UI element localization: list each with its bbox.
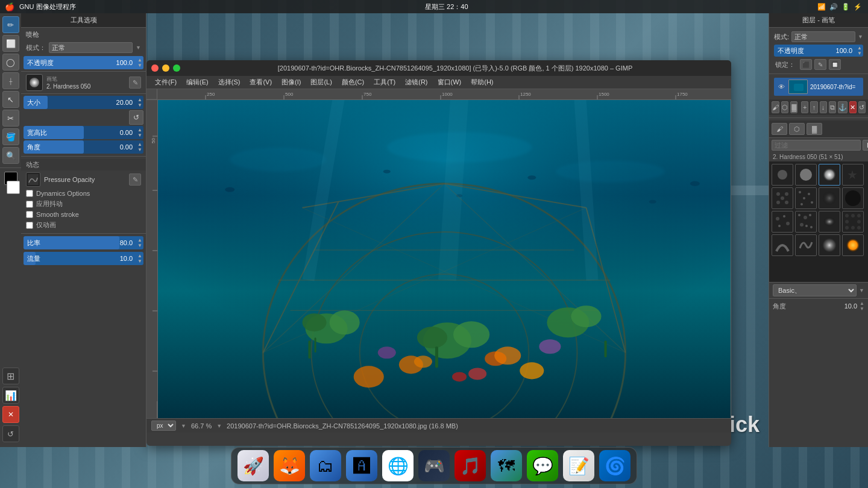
histogram-icon-btn[interactable]: 📊	[2, 387, 19, 404]
menu-filter[interactable]: 滤镜(R)	[400, 77, 432, 88]
brush-cell-scatter1[interactable]	[795, 187, 817, 209]
opacity-arrows: ▲▼	[136, 57, 143, 68]
opacity-slider[interactable]: 不透明度 100.0 ▲▼	[24, 56, 143, 69]
lock-paint-btn[interactable]: ✎	[814, 59, 826, 70]
brush-cell-circle2[interactable]	[795, 164, 817, 186]
only-anim-checkbox[interactable]	[26, 222, 33, 229]
aspect-slider[interactable]: 宽高比 0.00 ▲▼	[24, 126, 143, 139]
tool-btn-pencil[interactable]: ✏	[2, 16, 19, 33]
dock-firefox[interactable]: 🦊	[274, 450, 305, 481]
right-panel-opacity-slider[interactable]: 不透明度 100.0 ▲▼	[774, 45, 863, 57]
brush-cell-big1[interactable]	[842, 187, 864, 209]
refresh-layers-btn[interactable]: ↺	[858, 101, 866, 113]
status-px-select[interactable]: px	[151, 421, 176, 431]
brush-cell-sun[interactable]	[842, 234, 864, 256]
brush-cell-circle1[interactable]	[772, 164, 793, 186]
brush-mode-gradient-btn[interactable]: ▓	[807, 123, 822, 135]
lock-row: 锁定： ⬛ ✎ 🔲	[772, 58, 866, 71]
layers-icon-btn[interactable]: ⊞	[2, 368, 19, 384]
brush-edit-btn[interactable]: ✎	[129, 77, 141, 89]
gradient-icon-btn[interactable]: ▓	[790, 101, 797, 113]
menu-view[interactable]: 查看(V)	[245, 77, 277, 88]
system-bar: 🍎 GNU 图像处理程序 星期三 22：40 📶 🔊 🔋 ⚡	[0, 0, 868, 13]
brush-filter-dropdown[interactable]: Basic、	[863, 140, 868, 151]
menu-file[interactable]: 文件(F)	[150, 77, 181, 88]
brush-filter-input[interactable]	[772, 140, 861, 151]
dock-launchpad[interactable]: 🚀	[237, 450, 269, 481]
menu-color[interactable]: 颜色(C)	[337, 77, 369, 88]
tool-btn-crop[interactable]: ✂	[2, 110, 19, 127]
delete-layer-btn[interactable]: ✕	[849, 101, 857, 113]
brush-cell-dots1[interactable]	[772, 187, 793, 209]
win-min-btn[interactable]	[162, 64, 169, 72]
tool-btn-fill[interactable]: 🪣	[2, 128, 19, 145]
brush-cell-medium1[interactable]	[819, 211, 840, 233]
tool-btn-zoom[interactable]: 🔍	[2, 147, 19, 164]
dock-wechat[interactable]: 💬	[527, 450, 558, 481]
brush-cell-star[interactable]: ★	[842, 164, 864, 186]
win-max-btn[interactable]	[173, 64, 180, 72]
brush-cell-scatter2[interactable]	[772, 211, 793, 233]
brush-mode-stamp-btn[interactable]: ⬡	[789, 123, 805, 135]
ratio-slider[interactable]: 比率 80.0 ▲▼	[24, 236, 143, 249]
dock-maps[interactable]: 🗺	[491, 450, 522, 481]
dock-textedit[interactable]: 📝	[563, 450, 594, 481]
dynamics-options-checkbox[interactable]	[26, 190, 33, 197]
brush-category-select[interactable]: Basic、	[773, 284, 857, 296]
apply-jitter-checkbox[interactable]	[26, 201, 33, 208]
down-layer-btn[interactable]: ↓	[820, 101, 827, 113]
layer-visibility-eye[interactable]: 👁	[776, 82, 786, 92]
lock-pixel-btn[interactable]: ⬛	[800, 59, 812, 70]
dynamics-edit-btn[interactable]: ✎	[129, 174, 141, 186]
refresh-icon-btn[interactable]: ↺	[2, 425, 19, 442]
tool-btn-rect[interactable]: ⬜	[2, 35, 19, 52]
menu-window[interactable]: 窗口(W)	[433, 77, 467, 88]
size-reset-btn[interactable]: ↺	[129, 110, 143, 125]
brush-cell-grain1[interactable]	[819, 187, 840, 209]
brush-cell-circle3[interactable]	[819, 164, 840, 186]
duplicate-layer-btn[interactable]: ⧉	[829, 101, 836, 113]
mode-select[interactable]: 正常 溶解 正片叠底	[49, 42, 133, 53]
tool-btn-select[interactable]: ↖	[2, 91, 19, 108]
pattern-icon-btn[interactable]: ⬡	[781, 101, 788, 113]
right-panel-mode-select[interactable]: 正常	[791, 31, 855, 42]
menu-layer[interactable]: 图层(L)	[306, 77, 336, 88]
tool-btn-ellipse[interactable]: ◯	[2, 54, 19, 70]
anchor-layer-btn[interactable]: ⚓	[838, 101, 848, 113]
size-slider[interactable]: 大小 20.00 ▲▼	[24, 96, 143, 109]
brush-cell-streak1[interactable]	[772, 234, 793, 256]
dock-music[interactable]: 🎵	[454, 450, 486, 481]
dock-finder[interactable]: 🗂	[310, 450, 341, 481]
menu-select[interactable]: 选择(S)	[213, 77, 245, 88]
brush-cell-halftone[interactable]	[842, 211, 864, 233]
dock-browser[interactable]: 🌀	[599, 450, 631, 481]
apple-menu-icon[interactable]: 🍎	[5, 2, 14, 11]
brush-cat-arrow: ▼	[859, 287, 864, 293]
brush-cell-streak2[interactable]	[795, 234, 817, 256]
tool-btn-lasso[interactable]: ⟊	[2, 72, 19, 89]
dock-steam[interactable]: 🎮	[418, 450, 450, 481]
menu-edit[interactable]: 编辑(E)	[181, 77, 213, 88]
win-close-btn[interactable]	[151, 64, 159, 72]
smooth-stroke-checkbox[interactable]	[26, 211, 33, 218]
brush-cell-scatter3[interactable]	[795, 211, 817, 233]
layers-section: 👁 20190607-th?id=	[769, 74, 868, 99]
brush-mode-paint-btn[interactable]: 🖌	[772, 123, 787, 135]
angle-slider[interactable]: 角度 0.00 ▲▼	[24, 140, 143, 154]
background-color[interactable]	[7, 181, 20, 194]
dock-chrome[interactable]: 🌐	[382, 450, 414, 481]
dock-appstore[interactable]: 🅰	[346, 450, 377, 481]
menu-image[interactable]: 图像(I)	[277, 77, 306, 88]
canvas-area: 50	[146, 100, 731, 418]
brush-cell-light1[interactable]	[819, 234, 840, 256]
new-layer-btn[interactable]: +	[801, 101, 808, 113]
menu-tools[interactable]: 工具(T)	[369, 77, 400, 88]
flow-slider[interactable]: 流量 10.0 ▲▼	[24, 252, 143, 265]
up-layer-btn[interactable]: ↑	[810, 101, 817, 113]
menu-help[interactable]: 帮助(H)	[466, 77, 498, 88]
image-canvas[interactable]	[157, 100, 731, 418]
delete-icon-btn[interactable]: ✕	[2, 406, 19, 423]
lock-alpha-btn[interactable]: 🔲	[829, 59, 841, 70]
layer-item[interactable]: 👁 20190607-th?id=	[774, 78, 863, 96]
paint-icon-btn[interactable]: 🖌	[772, 101, 779, 113]
